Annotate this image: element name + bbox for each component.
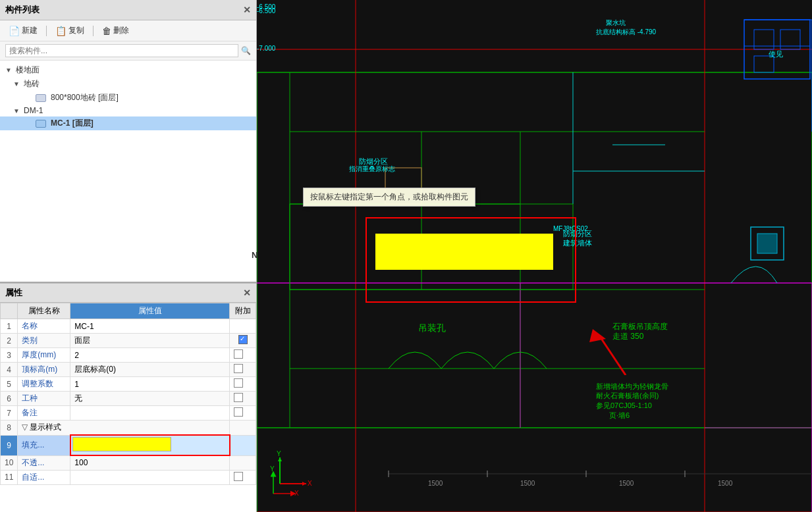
cad-text-naihuo: 耐火石膏板墙(余同) — [596, 391, 659, 401]
prop-value-4[interactable]: 层底标高(0) — [70, 363, 230, 377]
canvas-area[interactable]: 1500 1500 1500 1500 X Y -6.500 — [257, 0, 812, 512]
svg-line-48 — [599, 336, 626, 375]
prop-row-4: 4 顶标高(m) 层底标高(0) — [1, 363, 256, 377]
checkbox-4[interactable] — [234, 364, 243, 373]
cad-text-shijian: 使见 — [769, 49, 783, 59]
prop-value-2[interactable]: 面层 — [70, 334, 230, 348]
properties-panel: 属性 ✕ 属性名称 属性值 附加 1 名称 — [0, 283, 256, 512]
svg-marker-51 — [302, 482, 306, 486]
prop-value-9[interactable] — [70, 435, 230, 455]
checkbox-7[interactable] — [234, 407, 243, 417]
prop-name-5: 调整系数 — [18, 377, 70, 392]
delete-label: 删除 — [113, 25, 129, 36]
tooltip-text: 按鼠标左键指定第一个角点，或拾取构件图元 — [310, 192, 468, 201]
delete-button[interactable]: 🗑 删除 — [99, 24, 132, 38]
cad-text-neg650: -6.500 — [257, 3, 275, 11]
coordinate-axis: X Y — [273, 451, 313, 492]
prop-name-3: 厚度(mm) — [18, 348, 70, 363]
svg-text:1500: 1500 — [520, 480, 535, 487]
cad-text-xinzengqiangti: 新增墙体均为轻钢龙骨 — [596, 382, 668, 392]
copy-button[interactable]: 📋 复制 — [52, 24, 88, 38]
comp-list-close-btn[interactable]: ✕ — [243, 5, 251, 15]
col-propname-header: 属性名称 — [18, 303, 70, 319]
new-icon: 📄 — [9, 26, 20, 36]
prop-name-7: 备注 — [18, 406, 70, 421]
prop-name-1: 名称 — [18, 319, 70, 334]
group-arrow-8: ▽ — [22, 422, 28, 432]
prop-row-11: 11 自适... — [1, 470, 256, 484]
prop-attach-6 — [230, 392, 256, 406]
prop-attach-1 — [230, 319, 256, 334]
tree-label-dm1: DM-1 — [24, 106, 43, 115]
comp-list-title-bar: 构件列表 ✕ — [0, 0, 256, 20]
prop-value-7[interactable] — [70, 406, 230, 421]
yellow-component — [375, 234, 553, 270]
row-num-4: 4 — [1, 363, 18, 377]
prop-attach-3 — [230, 348, 256, 363]
prop-row-3: 3 厚度(mm) 2 — [1, 348, 256, 363]
cad-text-canjian: 参见07CJ05-1:10 — [596, 401, 652, 411]
row-num-8: 8 — [1, 421, 18, 436]
tree-item-800dizuan[interactable]: 800*800地砖 [面层] — [0, 91, 256, 105]
tooltip-box: 按鼠标左键指定第一个角点，或拾取构件图元 — [303, 188, 475, 207]
component-list-panel: 构件列表 ✕ 📄 新建 📋 复制 🗑 删除 🔍 — [0, 0, 256, 283]
tree-item-dizuan[interactable]: ▼ 地砖 — [0, 77, 256, 91]
prop-row-6: 6 工种 无 — [1, 392, 256, 406]
left-edge-label: N — [252, 250, 257, 260]
fill-preview[interactable] — [72, 437, 171, 451]
tree-item-loudimian[interactable]: ▼ 楼地面 — [0, 63, 256, 77]
prop-attach-4 — [230, 363, 256, 377]
svg-rect-46 — [757, 234, 777, 253]
new-button[interactable]: 📄 新建 — [5, 24, 41, 38]
props-close-btn[interactable]: ✕ — [243, 288, 251, 298]
comp-list-toolbar: 📄 新建 📋 复制 🗑 删除 — [0, 20, 256, 41]
prop-attach-11 — [230, 470, 256, 484]
cad-text-juishukeng: 聚水坑 — [606, 18, 626, 28]
cad-text-mfj: MFJ8tCS02 — [553, 225, 588, 232]
component-tree: ▼ 楼地面 ▼ 地砖 800*800地砖 [面层] ▼ DM-1 — [0, 61, 256, 282]
search-input[interactable] — [5, 44, 238, 57]
cad-text-yeqiang: 页·墙6 — [609, 411, 630, 421]
prop-value-5[interactable]: 1 — [70, 377, 230, 392]
cad-text-kengdi: 抗底结构标高 -4.790 — [596, 28, 656, 37]
prop-value-10[interactable]: 100 — [70, 455, 230, 470]
row-num-1: 1 — [1, 319, 18, 334]
checkbox-5[interactable] — [234, 378, 243, 388]
prop-value-11[interactable] — [70, 470, 230, 484]
prop-name-8[interactable]: ▽显示样式 — [18, 421, 230, 436]
prop-attach-9 — [230, 435, 256, 455]
prop-row-10: 10 不透... 100 — [1, 455, 256, 470]
checkbox-2[interactable] — [238, 335, 248, 344]
svg-marker-53 — [278, 457, 282, 461]
cad-text-jianzhuqiangti: 建筑墙体 — [563, 238, 592, 248]
cad-text-diaozhongkong: 吊装孔 — [418, 322, 446, 334]
tree-label-mc1: MC-1 [面层] — [51, 118, 94, 129]
tree-item-mc1[interactable]: MC-1 [面层] — [0, 116, 256, 130]
red-arrow — [580, 322, 645, 375]
col-num-header — [1, 303, 18, 319]
row-num-10: 10 — [1, 455, 18, 470]
prop-attach-2[interactable] — [230, 334, 256, 348]
cad-text-neg7: -7.000 — [257, 45, 275, 52]
row-num-2: 2 — [1, 334, 18, 348]
prop-name-11: 自适... — [18, 470, 70, 484]
checkbox-3[interactable] — [234, 349, 243, 359]
checkbox-11[interactable] — [234, 472, 243, 481]
prop-value-6[interactable]: 无 — [70, 392, 230, 406]
prop-value-3[interactable]: 2 — [70, 348, 230, 363]
delete-icon: 🗑 — [102, 26, 111, 36]
tree-item-dm1[interactable]: ▼ DM-1 — [0, 105, 256, 116]
copy-icon: 📋 — [55, 26, 67, 36]
prop-row-2: 2 类别 面层 — [1, 334, 256, 348]
properties-table: 属性名称 属性值 附加 1 名称 MC-1 2 — [0, 303, 256, 512]
left-panel: 构件列表 ✕ 📄 新建 📋 复制 🗑 删除 🔍 — [0, 0, 257, 512]
props-title: 属性 — [5, 287, 22, 299]
tree-arrow-dm1: ▼ — [13, 107, 21, 115]
tree-arrow-dizuan: ▼ — [13, 80, 21, 88]
checkbox-6[interactable] — [234, 393, 243, 402]
prop-name-6: 工种 — [18, 392, 70, 406]
prop-row-5: 5 调整系数 1 — [1, 377, 256, 392]
tree-label-800dizuan: 800*800地砖 [面层] — [51, 92, 119, 103]
prop-row-8: 8 ▽显示样式 — [1, 421, 256, 436]
prop-value-1[interactable]: MC-1 — [70, 319, 230, 334]
